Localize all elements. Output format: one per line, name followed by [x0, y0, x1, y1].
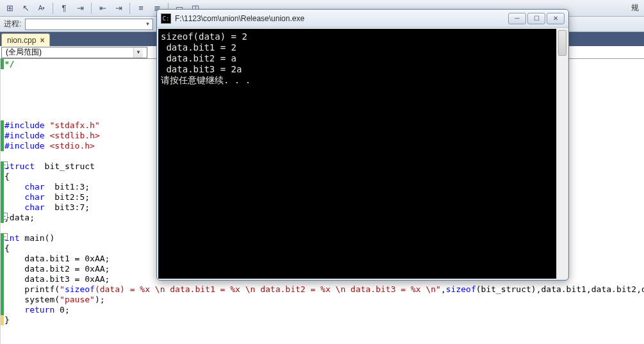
tab-label: nion.cpp: [7, 36, 36, 45]
toolbar-separator: [53, 3, 53, 14]
console-window: C: F:\1123\com\union\Release\union.exe ─…: [156, 9, 569, 281]
console-line: sizeof(data) = 2: [161, 31, 565, 42]
cmd-icon: C:: [161, 13, 171, 24]
code-line[interactable]: system("pause");: [4, 295, 644, 305]
toolbar-separator: [91, 3, 92, 14]
code-line[interactable]: printf("sizeof(data) = %x \n data.bit1 =…: [4, 284, 644, 295]
tab-order-icon[interactable]: ⊞: [3, 1, 17, 15]
indent-left-icon[interactable]: ⇤: [95, 1, 110, 15]
font-size-icon[interactable]: A▾: [35, 1, 49, 15]
maximize-button[interactable]: ☐: [527, 13, 545, 24]
chevron-down-icon: ▼: [133, 47, 143, 58]
console-body[interactable]: sizeof(data) = 2 data.bit1 = 2 data.bit2…: [158, 29, 567, 279]
close-icon[interactable]: ×: [40, 36, 44, 45]
close-button[interactable]: ✕: [547, 13, 565, 24]
console-scrollbar[interactable]: [556, 29, 567, 279]
process-combo[interactable]: ▼: [25, 19, 153, 30]
scope-combo[interactable]: (全局范围) ▼: [1, 47, 147, 58]
scope-combo-value: (全局范围): [6, 47, 42, 58]
cursor-icon[interactable]: ↖: [19, 1, 33, 15]
console-title: F:\1123\com\union\Release\union.exe: [175, 14, 504, 23]
toolbar-right-label: 规: [631, 3, 641, 13]
tab-right-icon[interactable]: ⇥: [73, 1, 87, 15]
console-line: 请按任意键继续. . .: [161, 75, 565, 86]
toolbar-separator: [129, 3, 130, 14]
comment-icon[interactable]: ≡: [134, 1, 148, 15]
console-titlebar[interactable]: C: F:\1123\com\union\Release\union.exe ─…: [157, 10, 568, 28]
tab-file[interactable]: nion.cpp ×: [1, 33, 50, 46]
indent-right-icon[interactable]: ⇥: [111, 1, 126, 15]
break-icon[interactable]: ¶: [57, 1, 71, 15]
console-line: data.bit3 = 2a: [161, 64, 565, 75]
code-line[interactable]: return 0;: [4, 305, 644, 315]
console-line: data.bit1 = 2: [161, 42, 565, 53]
chevron-down-icon: ▼: [145, 21, 150, 27]
scrollbar-thumb[interactable]: [558, 30, 566, 56]
code-line[interactable]: }: [4, 315, 644, 325]
minimize-button[interactable]: ─: [508, 13, 526, 24]
process-label: 进程:: [4, 19, 21, 29]
console-line: data.bit2 = a: [161, 53, 565, 64]
